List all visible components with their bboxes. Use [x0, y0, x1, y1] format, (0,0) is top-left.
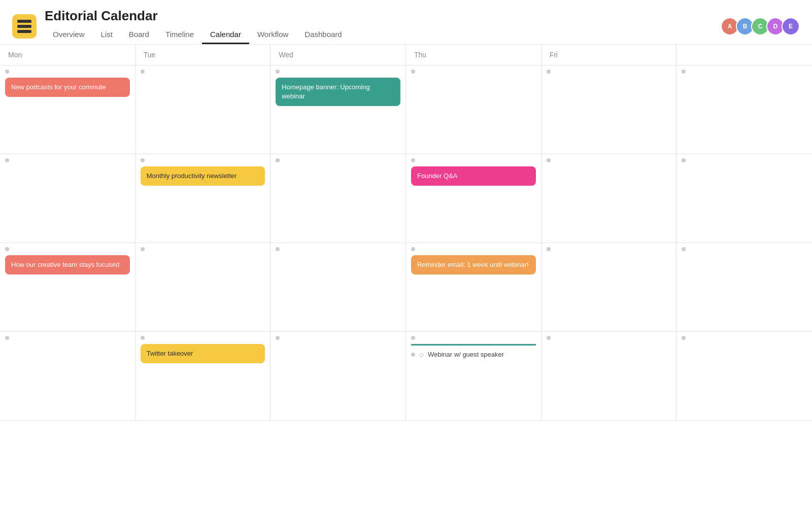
day-header: Thu	[406, 45, 542, 65]
calendar-cell	[0, 154, 136, 243]
header-left: Editorial Calendar OverviewListBoardTime…	[12, 8, 350, 44]
nav-tab-dashboard[interactable]: Dashboard	[296, 26, 350, 44]
calendar-row: New podcasts for your commuteHomepage ba…	[0, 65, 812, 154]
cell-dot	[547, 70, 551, 74]
calendar-cell	[676, 65, 812, 154]
calendar: MonTueWedThuFri New podcasts for your co…	[0, 45, 812, 421]
cell-dot	[682, 158, 686, 162]
day-header: Tue	[136, 45, 271, 65]
avatar: E	[782, 17, 800, 36]
calendar-cell: Homepage banner: Upcoming webinar	[270, 65, 406, 154]
event-card[interactable]: How our creative team stays focused	[5, 255, 130, 274]
app-title: Editorial Calendar	[45, 8, 350, 24]
cell-dot	[411, 336, 415, 340]
cell-dot	[141, 158, 145, 162]
milestone-item[interactable]: ◇Webinar w/ guest speaker	[411, 349, 536, 360]
cell-dot	[276, 70, 280, 74]
nav-tab-board[interactable]: Board	[121, 26, 157, 44]
calendar-cell: Founder Q&A	[406, 154, 542, 243]
calendar-cell	[542, 154, 677, 243]
cell-dot	[547, 158, 551, 162]
event-card[interactable]: Founder Q&A	[411, 166, 536, 186]
calendar-body: New podcasts for your commuteHomepage ba…	[0, 65, 812, 421]
calendar-cell	[406, 65, 542, 154]
event-card[interactable]: Reminder email: 1 week until webinar!	[411, 255, 536, 274]
calendar-cell: New podcasts for your commute	[0, 65, 136, 154]
cell-dot	[276, 247, 280, 251]
calendar-cell: Monthly productivity newsletter	[136, 154, 271, 243]
nav-tab-list[interactable]: List	[93, 26, 121, 44]
calendar-row: Monthly productivity newsletterFounder Q…	[0, 154, 812, 243]
app-icon	[12, 14, 37, 39]
calendar-cell	[270, 243, 406, 331]
day-header: Wed	[270, 45, 406, 65]
cell-dot	[276, 336, 280, 340]
calendar-cell	[270, 332, 406, 420]
cell-dot	[5, 158, 9, 162]
calendar-cell	[542, 243, 677, 331]
diamond-icon: ◇	[419, 351, 424, 358]
calendar-row: Twitter takeover◇Webinar w/ guest speake…	[0, 332, 812, 421]
header-title-nav: Editorial Calendar OverviewListBoardTime…	[45, 8, 350, 44]
calendar-cell	[676, 332, 812, 420]
milestone-label: Webinar w/ guest speaker	[428, 351, 504, 358]
nav-tabs: OverviewListBoardTimelineCalendarWorkflo…	[45, 26, 350, 44]
calendar-cell	[542, 65, 677, 154]
calendar-cell: How our creative team stays focused	[0, 243, 136, 331]
event-card[interactable]: Twitter takeover	[141, 344, 265, 363]
cell-dot	[682, 247, 686, 251]
avatars: ABCDE	[721, 17, 800, 36]
event-card[interactable]: Monthly productivity newsletter	[141, 166, 265, 186]
calendar-cell	[676, 154, 812, 243]
cell-dot	[547, 336, 551, 340]
cell-dot	[5, 247, 9, 251]
calendar-row: How our creative team stays focusedRemin…	[0, 243, 812, 332]
cell-dot	[141, 70, 145, 74]
header: Editorial Calendar OverviewListBoardTime…	[0, 0, 812, 45]
day-header: Fri	[542, 45, 677, 65]
cell-dot	[682, 336, 686, 340]
milestone-dot-icon	[411, 353, 415, 357]
cell-dot	[411, 247, 415, 251]
nav-tab-workflow[interactable]: Workflow	[249, 26, 296, 44]
calendar-cell	[136, 65, 271, 154]
nav-tab-calendar[interactable]: Calendar	[202, 26, 249, 44]
nav-tab-timeline[interactable]: Timeline	[157, 26, 202, 44]
cell-dot	[5, 336, 9, 340]
nav-tab-overview[interactable]: Overview	[45, 26, 93, 44]
milestone-bar	[411, 344, 536, 346]
calendar-cell	[676, 243, 812, 331]
day-header	[676, 45, 812, 65]
event-card[interactable]: New podcasts for your commute	[5, 78, 130, 97]
event-card[interactable]: Homepage banner: Upcoming webinar	[276, 78, 400, 106]
cell-dot	[5, 70, 9, 74]
calendar-header: MonTueWedThuFri	[0, 45, 812, 65]
calendar-cell	[136, 243, 271, 331]
cell-dot	[682, 70, 686, 74]
calendar-cell: ◇Webinar w/ guest speaker	[406, 332, 542, 420]
calendar-cell	[270, 154, 406, 243]
calendar-cell	[542, 332, 677, 420]
cell-dot	[411, 158, 415, 162]
cell-dot	[141, 336, 145, 340]
cell-dot	[141, 247, 145, 251]
cell-dot	[276, 158, 280, 162]
calendar-cell	[0, 332, 136, 420]
cell-dot	[411, 70, 415, 74]
cell-dot	[547, 247, 551, 251]
calendar-cell: Reminder email: 1 week until webinar!	[406, 243, 542, 331]
day-header: Mon	[0, 45, 136, 65]
calendar-cell: Twitter takeover	[136, 332, 271, 420]
